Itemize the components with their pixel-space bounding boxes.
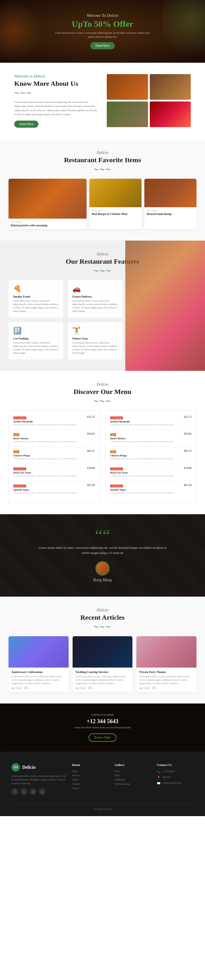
fav-card-name-1: Beef Burger & Chicken Meal bbox=[92, 212, 139, 215]
articles-section: Delicio Recent Articles 〜〜〜 Anniversary … bbox=[0, 597, 205, 703]
footer-link-traditional[interactable]: Traditional bbox=[114, 778, 151, 781]
about-image-1 bbox=[107, 74, 148, 100]
footer-col-home-title: Home bbox=[72, 763, 109, 767]
menu-item-name-0-3: Roast Sea Trout bbox=[13, 471, 85, 474]
quote-mark-icon: ““ bbox=[23, 528, 182, 542]
footer-link-chapters[interactable]: Chapters bbox=[72, 783, 109, 785]
menu-tag-1-0: Recommend bbox=[110, 417, 123, 419]
article-desc-2: Lorem ipsum dolor sit amet, consectetur … bbox=[139, 675, 194, 685]
footer-col-home: Home About Services Gallery Chapters Con… bbox=[72, 763, 109, 795]
menu-item-0-3: Recommend Roast Sea Trout Lorem ipsum do… bbox=[13, 466, 95, 477]
article-comments-0: 💬 11 bbox=[25, 687, 30, 689]
articles-title: Recent Articles bbox=[8, 614, 197, 621]
article-title-2: Private Party Themes bbox=[139, 670, 194, 674]
fav-card-name-0: Baked pastries with seasoning bbox=[11, 224, 84, 227]
about-description: Lorem ipsum dolor sit amet, consectetur … bbox=[14, 100, 98, 116]
menu-column-1: Recommend Sicilian Meatballs Lorem ipsum… bbox=[105, 410, 197, 503]
twitter-icon[interactable]: t bbox=[21, 788, 27, 795]
menu-item-price-1-0: $35,75 bbox=[184, 415, 192, 418]
article-meta-1: May 10 2020 💬 12 bbox=[75, 687, 130, 689]
favorites-wave-divider: 〜〜〜 bbox=[8, 166, 197, 173]
footer-col-gallery-title: Gallery bbox=[114, 763, 151, 767]
footer-brand: 🍽 Delicio Lorem ipsum dolor sit amet, co… bbox=[11, 763, 66, 795]
facebook-icon[interactable]: f bbox=[11, 788, 18, 795]
menu-item-price-1-2: $82,25 bbox=[184, 449, 192, 452]
menu-tag-0-4: Recommend bbox=[13, 485, 26, 487]
fav-card-0: May 19,2020 Baked pastries with seasonin… bbox=[8, 179, 87, 229]
pinterest-icon[interactable]: p bbox=[39, 788, 46, 795]
hero-food-left-decor bbox=[0, 0, 43, 63]
menu-item-0-4: Recommend Spanish Tapas Lorem ipsum dolo… bbox=[13, 484, 95, 495]
article-card-1: Wedding Catering Services Lorem ipsum do… bbox=[73, 636, 133, 692]
footer-address: Street 01 bbox=[162, 776, 171, 779]
fav-card-info-1: May 19,2020 Beef Burger & Chicken Meal bbox=[89, 207, 141, 218]
hero-read-more-button[interactable]: Read More bbox=[90, 42, 114, 49]
menu-item-1-3: Recommend Roast Sea Trout Lorem ipsum do… bbox=[110, 466, 192, 477]
about-read-more-button[interactable]: Read More bbox=[14, 121, 38, 128]
footer-col-contact: Contact Us 📞 +1 234 5678 📍 Street 01 ✉️ … bbox=[157, 763, 194, 795]
footer-email-item: ✉️ contact@email.com bbox=[157, 781, 194, 785]
footer-brand-description: Lorem ipsum dolor sit amet, consectetur … bbox=[11, 775, 66, 785]
testimonial-author-name: Rong Mang bbox=[23, 578, 182, 582]
feature-icon-2: 🅿️ bbox=[13, 327, 59, 335]
hero-content: Welcome To Delicio UpTo 50% Offer Lorem … bbox=[54, 13, 151, 49]
menu-item-desc-1-3: Lorem ipsum dolor sit amet, consectetur … bbox=[110, 475, 182, 477]
footer-link-chefs[interactable]: Chefs bbox=[114, 770, 151, 773]
hero-title-pre: UpTo bbox=[72, 19, 94, 29]
fav-card-2: May 19,2020 Roasted lamb Rump bbox=[145, 179, 197, 229]
article-meta-0: May 10 2020 💬 11 bbox=[11, 687, 66, 689]
article-image-0 bbox=[8, 636, 68, 668]
email-icon: ✉️ bbox=[157, 782, 160, 785]
favorites-grid: May 19,2020 Baked pastries with seasonin… bbox=[8, 179, 197, 229]
feature-desc-0: Lorem ipsum dolor sit amet, consectetur … bbox=[13, 299, 59, 313]
copyright-text: All Rights Reserved bbox=[94, 808, 112, 810]
location-icon: 📍 bbox=[157, 776, 160, 779]
menu-column-0: Recommend Sicilian Meatballs Lorem ipsum… bbox=[8, 410, 100, 503]
fav-card-info-2: May 19,2020 Roasted lamb Rump bbox=[145, 207, 197, 218]
menu-item-price-1-1: $93,85 bbox=[184, 432, 192, 435]
footer-phone-item: 📞 +1 234 5678 bbox=[157, 770, 194, 773]
about-title: Know More About Us bbox=[14, 80, 98, 88]
fav-card-date-2: May 19,2020 bbox=[147, 210, 194, 212]
feature-card-2: 🅿️ Car Parking Lorem ipsum dolor sit ame… bbox=[8, 322, 63, 360]
feature-card-1: 🚗 Fastest Delivery Lorem ipsum dolor sit… bbox=[68, 280, 122, 318]
cta-book-table-button[interactable]: Book a Table bbox=[89, 733, 116, 742]
fav-card-name-2: Roasted lamb Rump bbox=[147, 212, 194, 215]
about-image-2 bbox=[150, 74, 191, 100]
article-title-0: Anniversary Celebrations bbox=[11, 670, 66, 674]
footer-link-food[interactable]: Food bbox=[114, 774, 151, 777]
menu-item-price-0-2: $62,25 bbox=[87, 449, 95, 452]
menu-columns: Recommend Sicilian Meatballs Lorem ipsum… bbox=[8, 410, 197, 503]
menu-tag-1-2: Hot bbox=[110, 450, 116, 453]
menu-tag-0-3: Recommend bbox=[13, 468, 26, 470]
menu-item-left-1-4: Recommend Spanish Tapas Lorem ipsum dolo… bbox=[110, 484, 182, 495]
instagram-icon[interactable]: in bbox=[30, 788, 37, 795]
menu-item-1-2: Hot Chicken Wings Lorem ipsum dolor sit … bbox=[110, 449, 192, 460]
cta-label: CONTACT US NOW bbox=[11, 713, 194, 716]
menu-item-name-1-4: Spanish Tapas bbox=[110, 488, 182, 491]
article-image-2 bbox=[137, 636, 197, 668]
footer-link-about[interactable]: About bbox=[72, 770, 109, 773]
footer-link-gallery[interactable]: Gallery bbox=[72, 778, 109, 781]
footer-link-contact[interactable]: Contact bbox=[72, 787, 109, 789]
favorites-title: Restaurant Favorite Items bbox=[8, 156, 197, 164]
cta-phone: +12 344 5643 bbox=[11, 718, 194, 725]
menu-item-left-1-1: Hot Basil Chicken Lorem ipsum dolor sit … bbox=[110, 432, 182, 443]
features-bg-food bbox=[125, 240, 205, 371]
footer-link-services[interactable]: Services bbox=[72, 774, 109, 777]
hero-subtitle: Welcome To Delicio bbox=[54, 13, 151, 18]
footer-link-destinations[interactable]: Our Destinations bbox=[114, 783, 151, 785]
feature-title-0: Quality Foods bbox=[13, 295, 59, 298]
about-wave-divider: 〜〜〜 bbox=[14, 90, 98, 97]
footer-col-gallery-list: Chefs Food Traditional Our Destinations bbox=[114, 770, 151, 785]
menu-item-0-0: Recommend Sicilian Meatballs Lorem ipsum… bbox=[13, 415, 95, 426]
about-section: Welcome to Delicio Know More About Us 〜〜… bbox=[0, 63, 205, 139]
menu-item-1-4: Recommend Spanish Tapas Lorem ipsum dolo… bbox=[110, 484, 192, 495]
feature-title-1: Fastest Delivery bbox=[72, 295, 118, 298]
footer-col-home-list: About Services Gallery Chapters Contact bbox=[72, 770, 109, 789]
cta-section: CONTACT US NOW +12 344 5643 Lorem Num Ph… bbox=[0, 703, 205, 752]
hero-section: Welcome To Delicio UpTo 50% Offer Lorem … bbox=[0, 0, 205, 63]
menu-item-name-1-0: Sicilian Meatballs bbox=[110, 420, 182, 423]
menu-subtitle: Delicio bbox=[8, 382, 197, 387]
menu-tag-1-1: Hot bbox=[110, 433, 116, 436]
